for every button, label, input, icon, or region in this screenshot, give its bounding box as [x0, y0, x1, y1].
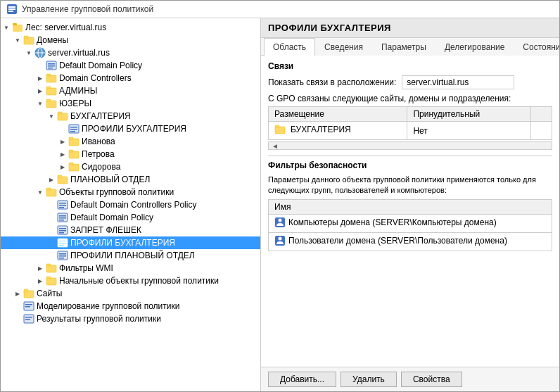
expander-icon[interactable]: ▶ [57, 148, 68, 160]
svg-rect-60 [46, 278, 56, 285]
tree-item-label: server.virtual.rus [48, 48, 110, 58]
show-links-row: Показать связи в расположении: server.vi… [268, 75, 552, 89]
svg-rect-62 [24, 291, 34, 298]
tree-item-label: Петрова [82, 149, 115, 159]
expander-icon[interactable]: ▼ [12, 34, 23, 46]
app-icon [6, 4, 18, 15]
tree-item-sidorova[interactable]: ▶Сидорова [1, 160, 260, 173]
svg-rect-68 [25, 317, 32, 318]
tree-item-label: ПЛАНОВЫЙ ОТДЕЛ [70, 175, 150, 184]
tree-item-starter_gpos[interactable]: ▶Начальные объекты групповой политики [1, 274, 260, 287]
show-links-value: server.virtual.rus [402, 75, 514, 89]
tab-params[interactable]: Параметры [372, 38, 435, 56]
expander-icon[interactable]: ▶ [46, 174, 57, 185]
tree-item-default_domain_policy[interactable]: Default Domain Policy [1, 59, 260, 72]
col-extra [531, 107, 552, 122]
svg-rect-28 [69, 139, 79, 146]
tree-item-profili_buh2[interactable]: ПРОФИЛИ БУХГАЛТЕРИЯ [1, 236, 260, 249]
ou-icon [46, 72, 57, 84]
tree-item-users[interactable]: ▼ЮЗЕРЫ [1, 97, 260, 110]
expander-icon[interactable]: ▼ [23, 47, 34, 58]
svg-rect-13 [48, 63, 55, 65]
expander-icon[interactable]: ▼ [34, 186, 46, 198]
expander-icon[interactable]: ▶ [34, 263, 46, 274]
extra-cell [531, 122, 552, 140]
svg-rect-18 [46, 88, 56, 95]
expander-icon[interactable]: ▶ [34, 85, 46, 96]
ou-icon [68, 148, 79, 160]
tree-item-petrova[interactable]: ▶Петрова [1, 148, 260, 160]
links-section-title: Связи [268, 61, 552, 71]
tree-item-default_domain_policy2[interactable]: Default Domain Policy [1, 211, 260, 224]
expander-icon[interactable]: ▼ [34, 98, 46, 109]
title-bar: Управление групповой политикой [1, 1, 559, 18]
tab-delegation[interactable]: Делегирование [435, 38, 514, 56]
expander-icon[interactable]: ▶ [12, 288, 23, 299]
expander-icon[interactable]: ▼ [46, 110, 57, 122]
svg-rect-27 [70, 131, 75, 132]
gpo-icon [57, 199, 68, 210]
properties-button[interactable]: Свойства [401, 372, 462, 387]
security-name-cell: Пользователи домена (SERVER\Пользователи… [269, 232, 552, 251]
tree-item-label: Domain Controllers [59, 73, 132, 83]
tree-item-sites[interactable]: ▶Сайты [1, 287, 260, 300]
security-filters-table: Имя Компьютеры домена (SERVER\Компьютеры… [268, 199, 552, 251]
security-table-row: Пользователи домена (SERVER\Пользователи… [269, 232, 552, 251]
right-panel: ПРОФИЛИ БУХГАЛТЕРИЯ ОбластьСведенияПарам… [261, 18, 559, 391]
tab-info[interactable]: Сведения [315, 38, 372, 56]
tab-area[interactable]: Область [264, 38, 315, 56]
svg-rect-30 [69, 151, 79, 158]
tab-state[interactable]: Состояние [514, 38, 559, 56]
svg-rect-40 [59, 205, 66, 206]
tree-item-planoviy_otdel[interactable]: ▶ПЛАНОВЫЙ ОТДЕЛ [1, 173, 260, 186]
remove-button[interactable]: Удалить [341, 372, 397, 387]
svg-rect-33 [69, 163, 73, 165]
tree-item-ivanova[interactable]: ▶Иванова [1, 135, 260, 148]
svg-rect-7 [24, 37, 34, 44]
tree-item-zapret_fleshek[interactable]: ЗАПРЕТ ФЛЕШЕК [1, 224, 260, 236]
svg-rect-53 [59, 245, 64, 246]
svg-rect-22 [58, 113, 68, 120]
tree-item-admins[interactable]: ▶АДМИНЫ [1, 84, 260, 97]
security-user-icon [274, 217, 286, 228]
tree-item-default_dc_policy[interactable]: Default Domain Controllers Policy [1, 198, 260, 211]
tree-item-modeling[interactable]: Моделирование групповой политики [1, 300, 260, 312]
scroll-area[interactable]: ◄ [268, 141, 552, 150]
tree-item-domain_controllers[interactable]: ▶Domain Controllers [1, 72, 260, 84]
tree-item-label: Default Domain Policy [70, 213, 153, 222]
svg-rect-6 [13, 23, 17, 25]
tree-item-forest[interactable]: ▼Лес: server.virtual.rus [1, 21, 260, 34]
tree-item-label: ПРОФИЛИ БУХГАЛТЕРИЯ [70, 238, 175, 248]
spacer [268, 254, 552, 282]
tree-item-label: Моделирование групповой политики [37, 301, 179, 311]
folder-icon [46, 186, 57, 198]
tree-item-profili_buh[interactable]: ПРОФИЛИ БУХГАЛТЕРИЯ [1, 122, 260, 135]
svg-rect-31 [69, 150, 73, 152]
tree-item-profili_plan[interactable]: ПРОФИЛИ ПЛАНОВЫЙ ОТДЕЛ [1, 249, 260, 262]
expander-icon[interactable]: ▼ [1, 22, 12, 33]
add-button[interactable]: Добавить... [268, 372, 336, 387]
tree-item-wmi_filters[interactable]: ▶Фильтры WMI [1, 262, 260, 274]
expander-icon[interactable]: ▶ [57, 161, 68, 172]
tree-container: ▼Лес: server.virtual.rus▼Домены▼server.v… [1, 21, 260, 325]
expander-icon[interactable]: ▶ [57, 136, 68, 147]
expander-icon[interactable]: ▶ [34, 72, 46, 84]
tree-item-label: Сидорова [82, 162, 120, 172]
tree-item-gpo_objects[interactable]: ▼Объекты групповой политики [1, 186, 260, 198]
tree-item-domains[interactable]: ▼Домены [1, 34, 260, 46]
gpo-icon [46, 60, 57, 71]
tree-item-server_domain[interactable]: ▼server.virtual.rus [1, 46, 260, 59]
svg-rect-43 [59, 215, 66, 217]
svg-rect-66 [25, 306, 30, 308]
tree-item-buhgalteria[interactable]: ▼БУХГАЛТЕРИЯ [1, 110, 260, 122]
expander-icon[interactable]: ▶ [34, 275, 46, 286]
tree-item-label: Объекты групповой политики [59, 187, 174, 197]
tree-item-label: Default Domain Policy [59, 61, 142, 70]
svg-rect-55 [59, 253, 66, 255]
svg-rect-49 [59, 232, 64, 234]
ou-icon-cell: БУХГАЛТЕРИЯ [274, 124, 351, 135]
domain-icon [34, 47, 46, 58]
tree-item-results[interactable]: Результаты групповой политики [1, 312, 260, 325]
gpo-icon [57, 212, 68, 223]
left-panel-tree: ▼Лес: server.virtual.rus▼Домены▼server.v… [1, 18, 261, 391]
